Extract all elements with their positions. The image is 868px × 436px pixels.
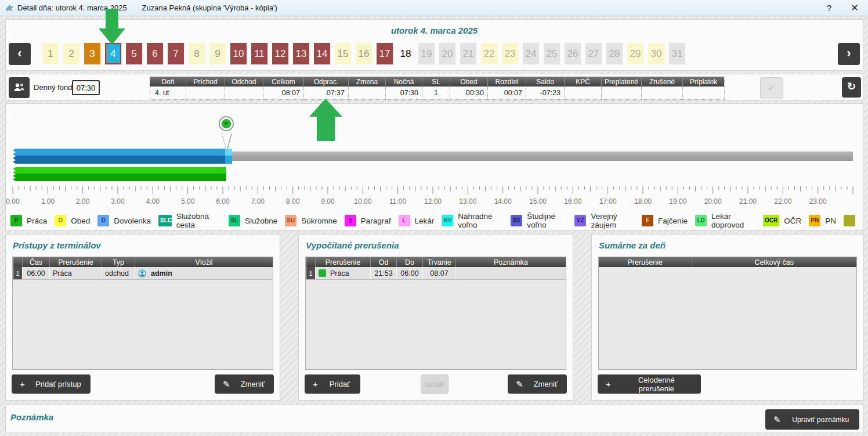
access-type: odchod xyxy=(102,267,135,280)
interruption-od: 21:53 xyxy=(371,267,397,280)
stats-value: 4. ut xyxy=(150,87,186,100)
stats-header: KPČ xyxy=(565,77,602,87)
legend-label: PN xyxy=(825,217,836,225)
table-row[interactable]: 106:00Prácaodchodadmin xyxy=(13,267,273,280)
access-interruption: Práca xyxy=(50,267,102,280)
calendar-day-2[interactable]: 2 xyxy=(63,43,79,64)
calendar-day-1[interactable]: 1 xyxy=(42,43,59,64)
svg-text:5:00: 5:00 xyxy=(181,197,195,206)
calendar-day-12[interactable]: 12 xyxy=(272,43,288,64)
stats-row: 4. ut08:0707:3707:30100:3000:07-07:23 xyxy=(150,87,725,100)
app-logo-icon xyxy=(5,3,15,13)
stats-value: 00:30 xyxy=(450,87,488,100)
daily-fund-input[interactable] xyxy=(72,80,100,95)
refresh-button[interactable]: ↻ xyxy=(842,77,861,98)
calendar-day-23[interactable]: 23 xyxy=(502,43,518,64)
calendar-day-11[interactable]: 11 xyxy=(251,43,267,64)
calendar-day-7[interactable]: 7 xyxy=(168,43,184,64)
table-row[interactable]: 1Práca21:5306:0008:07 xyxy=(306,267,566,280)
calendar-day-22[interactable]: 22 xyxy=(481,43,497,64)
note-title: Poznámka xyxy=(10,412,53,422)
window-titlebar: Detail dňa: utorok 4. marca 2025Zuzana P… xyxy=(0,0,868,16)
stats-header: SL xyxy=(422,77,450,87)
interruption-do: 06:00 xyxy=(397,267,423,280)
employee-icon xyxy=(9,77,30,98)
legend-item-SU: SUSúkromne xyxy=(285,215,337,226)
calendar-day-10[interactable]: 10 xyxy=(230,43,247,64)
calendar-day-18[interactable]: 18 xyxy=(397,43,414,64)
calendar-day-31[interactable]: 31 xyxy=(669,43,685,64)
calendar-day-20[interactable]: 20 xyxy=(439,43,455,64)
legend-label: Lekár doprovod xyxy=(711,212,755,229)
column-header: Prerušenie xyxy=(599,257,692,267)
stats-value: 1 xyxy=(422,87,450,100)
calendar-day-16[interactable]: 16 xyxy=(356,43,372,64)
add-interruption-button[interactable]: + Pridať xyxy=(305,374,360,394)
presence-bar[interactable] xyxy=(13,149,225,164)
svg-text:1:00: 1:00 xyxy=(41,197,55,206)
work-bar[interactable] xyxy=(13,167,226,181)
calendar-day-9[interactable]: 9 xyxy=(209,43,226,64)
legend-swatch: VZ xyxy=(574,215,586,226)
plus-icon: + xyxy=(20,379,25,389)
approve-day-button[interactable]: ✓ xyxy=(760,77,783,99)
calendar-day-30[interactable]: 30 xyxy=(648,43,664,64)
calendar-day-19[interactable]: 19 xyxy=(418,43,435,64)
next-day-button[interactable]: › xyxy=(838,43,860,65)
change-access-button[interactable]: ✎ Zmeniť xyxy=(215,374,274,394)
add-access-button[interactable]: + Pridať prístup xyxy=(12,374,91,394)
calendar-day-25[interactable]: 25 xyxy=(544,43,560,64)
stats-header: Príchod xyxy=(186,77,225,87)
edit-note-button[interactable]: ✎ Upraviť poznámku xyxy=(765,409,859,430)
approve-interruption-button: uznať xyxy=(421,374,449,394)
calendar-day-15[interactable]: 15 xyxy=(335,43,351,64)
interruption-color-swatch xyxy=(319,269,326,277)
calendar-day-26[interactable]: 26 xyxy=(565,43,581,64)
add-fullday-interruption-button[interactable]: + Celodenné prerušenie xyxy=(598,374,701,394)
legend-swatch: P xyxy=(10,215,22,226)
svg-text:8:00: 8:00 xyxy=(286,197,300,206)
interruption-note xyxy=(456,267,566,280)
calendar-day-3[interactable]: 3 xyxy=(84,43,100,64)
day-summary-list: PrerušenieCelkový čas xyxy=(598,257,857,370)
terminal-accesses-list: ČasPrerušenieTypVložil106:00Prácaodchoda… xyxy=(12,257,273,370)
legend-label: Súkromne xyxy=(301,217,337,225)
column-header: Prerušenie xyxy=(50,257,102,267)
calendar-day-29[interactable]: 29 xyxy=(627,43,643,64)
svg-text:7:00: 7:00 xyxy=(251,197,265,206)
calendar-day-24[interactable]: 24 xyxy=(523,43,539,64)
day-summary-title: Sumárne za deň xyxy=(599,240,666,250)
legend-label: Obed xyxy=(71,217,90,225)
calendar-day-21[interactable]: 21 xyxy=(460,43,476,64)
svg-text:18:00: 18:00 xyxy=(634,197,652,206)
legend-swatch: LD xyxy=(695,215,707,226)
change-interruption-button[interactable]: ✎ Zmeniť xyxy=(508,374,567,394)
computed-interruptions-list: PrerušenieOdDoTrvaniePoznámka1Práca21:53… xyxy=(305,257,566,370)
legend-label: Paragraf xyxy=(361,217,391,225)
legend-label: Verejný záujem xyxy=(591,212,634,229)
calendar-day-17[interactable]: 17 xyxy=(377,43,393,64)
svg-text:21:00: 21:00 xyxy=(739,197,757,206)
computed-interruptions-title: Vypočítané prerušenia xyxy=(306,240,399,250)
calendar-day-5[interactable]: 5 xyxy=(126,43,142,64)
plus-icon: + xyxy=(313,379,318,389)
calendar-day-27[interactable]: 27 xyxy=(585,43,602,64)
column-header: Do xyxy=(397,257,423,267)
pencil-icon: ✎ xyxy=(773,415,781,425)
close-button[interactable]: ✕ xyxy=(846,0,863,16)
legend-label: Náhradné voľno xyxy=(458,212,503,229)
calendar-day-8[interactable]: 8 xyxy=(189,43,205,64)
svg-text:10:00: 10:00 xyxy=(354,197,371,206)
column-header xyxy=(306,257,316,267)
calendar-day-14[interactable]: 14 xyxy=(314,43,330,64)
calendar-day-13[interactable]: 13 xyxy=(293,43,309,64)
column-header: Typ xyxy=(102,257,135,267)
prev-day-button[interactable]: ‹ xyxy=(9,43,31,65)
help-button[interactable]: ? xyxy=(820,0,838,16)
legend-item-D: DDovolenka xyxy=(97,215,151,226)
legend-item-SL: SLSlužobne xyxy=(229,215,277,226)
svg-text:0:00: 0:00 xyxy=(6,197,20,206)
calendar-day-4[interactable]: 4 xyxy=(105,43,121,64)
calendar-day-28[interactable]: 28 xyxy=(606,43,623,64)
calendar-day-6[interactable]: 6 xyxy=(147,43,163,64)
